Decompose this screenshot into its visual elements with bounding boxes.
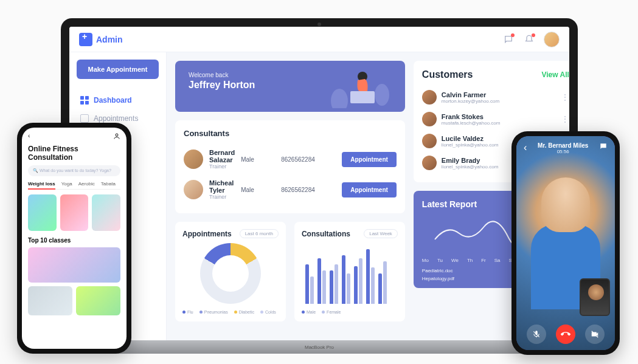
end-call-button[interactable] <box>556 325 575 344</box>
sidebar-item-dashboard[interactable]: Dashboard <box>77 91 159 109</box>
customers-title: Customers <box>422 69 473 80</box>
calendar-icon <box>80 114 89 123</box>
customer-avatar <box>422 90 437 105</box>
phone-status-bar: ‹ <box>28 132 120 141</box>
period-selector[interactable]: Last Week <box>364 229 398 238</box>
consultant-info: Bernard Salazar Trainer <box>209 149 235 170</box>
customer-email: mustafa.lesch@yahoo.com <box>442 120 556 126</box>
messages-icon[interactable] <box>502 33 515 46</box>
app-body: Make Appointment Dashboard Appointments … <box>69 52 569 340</box>
consultations-bar-chart <box>302 243 398 304</box>
consultations-chart-card: Consultations Last Week Male Female <box>294 222 405 321</box>
dashboard-icon <box>80 96 89 105</box>
profile-icon[interactable] <box>113 132 120 141</box>
phone-left-screen: ‹ Online Fitness Consultation 🔍 What do … <box>22 128 127 349</box>
chart-title: Appointments <box>182 230 232 238</box>
brand-text: Admin <box>96 35 123 44</box>
consultant-gender: Male <box>241 156 275 163</box>
phone-page-title: Online Fitness Consultation <box>28 145 120 162</box>
customer-avatar <box>422 112 437 126</box>
view-all-link[interactable]: View All <box>541 70 569 79</box>
consultant-name: Bernard Salazar <box>209 149 235 163</box>
consultant-avatar <box>184 149 203 169</box>
svg-point-0 <box>331 89 348 108</box>
customer-name: Calvin Farmer <box>442 91 556 98</box>
consultant-role: Trainer <box>209 194 235 200</box>
caller-name: Mr. Bernard Miles <box>538 142 588 149</box>
consultant-name: Micheal Tyler <box>209 179 235 194</box>
topbar: Admin <box>69 27 569 52</box>
laptop-base: MacBook Pro <box>61 340 578 354</box>
laptop-device: Admin Make Appointment <box>61 18 578 362</box>
customer-avatar <box>422 134 437 148</box>
chart-title: Consultations <box>302 230 350 238</box>
category-tabs: Weight loss Yoga Aerobic Tabata <box>28 181 120 190</box>
svg-point-4 <box>116 134 118 136</box>
appointments-chart-card: Appointments Last 6 month Flu Pneumonias… <box>175 222 286 321</box>
section-title: Top 10 classes <box>28 237 120 244</box>
consultant-row: Micheal Tyler Trainer Male 8626562284 Ap… <box>184 174 397 205</box>
class-thumbnail-wide[interactable] <box>28 247 120 283</box>
left-column: Welcome back Jeffrey Horton Co <box>175 61 405 332</box>
tab-yoga[interactable]: Yoga <box>61 181 72 187</box>
call-header: ‹ Mr. Bernard Miles 05:56 <box>516 136 615 160</box>
customer-email: morton.kozey@yahoo.com <box>442 98 556 104</box>
charts-row: Appointments Last 6 month Flu Pneumonias… <box>175 222 405 321</box>
back-icon[interactable]: ‹ <box>28 132 30 141</box>
tab-aerobic[interactable]: Aerobic <box>78 181 95 187</box>
sidebar-item-label: Appointments <box>94 114 138 123</box>
search-input[interactable]: 🔍 What do you want to do today? Yoga? <box>28 165 120 176</box>
video-call-screen: ‹ Mr. Bernard Miles 05:56 <box>516 136 615 350</box>
consultants-title: Consultants <box>184 129 397 138</box>
dashboard-screen: Admin Make Appointment <box>69 27 569 340</box>
call-controls <box>516 325 615 344</box>
appointment-button[interactable]: Appointment <box>342 182 397 197</box>
search-placeholder: What do you want to do today? Yoga? <box>40 168 111 173</box>
period-selector[interactable]: Last 6 month <box>240 229 279 238</box>
consultant-role: Trainer <box>209 163 235 170</box>
class-thumbnail[interactable] <box>28 194 57 231</box>
class-thumbnail[interactable] <box>76 286 120 315</box>
profile-avatar[interactable] <box>544 32 560 47</box>
sidebar-item-label: Dashboard <box>94 96 132 105</box>
video-feed-self[interactable] <box>580 278 610 316</box>
consultant-avatar <box>184 180 203 199</box>
brand-logo[interactable]: Admin <box>79 33 123 46</box>
consultants-card: Consultants Bernard Salazar Trainer Male… <box>175 120 405 213</box>
welcome-illustration <box>321 64 394 108</box>
consultant-phone: 8626562284 <box>281 156 336 163</box>
make-appointment-button[interactable]: Make Appointment <box>77 60 159 79</box>
laptop-frame: Admin Make Appointment <box>61 18 578 340</box>
class-thumbnail[interactable] <box>92 194 120 231</box>
customer-row[interactable]: Frank Stokes mustafa.lesch@yahoo.com ⋮ <box>422 108 569 130</box>
tab-tabata[interactable]: Tabata <box>101 181 116 187</box>
appointments-donut-chart <box>200 243 261 304</box>
call-duration: 05:56 <box>538 149 588 154</box>
more-icon[interactable]: ⋮ <box>561 114 569 124</box>
video-feed-main <box>516 136 615 350</box>
class-thumbnail[interactable] <box>60 194 89 231</box>
appointments-legend: Flu Pneumonias Diabetic Colds <box>182 310 279 314</box>
class-thumbnail[interactable] <box>28 286 72 315</box>
notifications-icon[interactable] <box>523 33 535 46</box>
main-content: Welcome back Jeffrey Horton Co <box>167 52 569 340</box>
svg-point-1 <box>375 84 389 106</box>
svg-rect-2 <box>350 91 375 103</box>
phone-right-device: ‹ Mr. Bernard Miles 05:56 <box>511 131 620 355</box>
logo-icon <box>79 33 92 46</box>
topbar-actions <box>502 32 560 47</box>
search-icon: 🔍 <box>33 168 38 173</box>
customer-name: Frank Stokes <box>442 113 556 120</box>
tab-weight-loss[interactable]: Weight loss <box>28 181 55 190</box>
back-icon[interactable]: ‹ <box>524 142 527 153</box>
welcome-banner: Welcome back Jeffrey Horton <box>175 61 405 112</box>
customer-row[interactable]: Calvin Farmer morton.kozey@yahoo.com ⋮ <box>422 86 569 108</box>
chat-icon[interactable] <box>599 142 608 153</box>
consultations-legend: Male Female <box>302 310 398 314</box>
more-icon[interactable]: ⋮ <box>561 92 569 102</box>
class-thumbnails <box>28 194 120 231</box>
camera-toggle-button[interactable] <box>585 325 605 344</box>
mute-button[interactable] <box>527 325 546 344</box>
appointment-button[interactable]: Appointment <box>342 152 397 167</box>
phone-left-device: ‹ Online Fitness Consultation 🔍 What do … <box>17 123 131 354</box>
